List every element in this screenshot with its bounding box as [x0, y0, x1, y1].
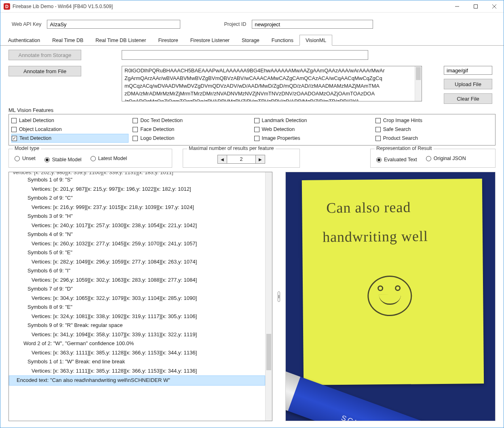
checkbox-icon: [133, 127, 138, 132]
splitter-handle[interactable]: [277, 172, 280, 421]
tab-strip: AuthenticationReal Time DBReal Time DB L…: [0, 34, 504, 46]
header-row: Web API Key Project ID: [0, 13, 504, 34]
base64-scrollbar[interactable]: [415, 66, 422, 101]
feature-label: Web Detection: [262, 127, 295, 132]
radio-icon: [44, 157, 50, 162]
feature-logo-detection[interactable]: Logo Detection: [133, 134, 250, 143]
feature-web-detection[interactable]: Web Detection: [254, 125, 371, 134]
feature-label: Logo Detection: [140, 135, 174, 141]
tab-authentication[interactable]: Authentication: [2, 35, 46, 46]
result-line[interactable]: Vertices: [x: 260,y: 1032][x: 277,y: 104…: [9, 239, 265, 249]
result-line[interactable]: Symbols 6 of 9: "I": [9, 266, 265, 276]
preview-photo: Can also read handwriting well SCHNEIDER…: [285, 172, 496, 421]
tab-firestore[interactable]: Firestore: [152, 35, 184, 46]
result-line[interactable]: Symbols 4 of 9: "N": [9, 230, 265, 239]
result-line[interactable]: Vertices: [x: 324,y: 1081][x: 338,y: 109…: [9, 312, 265, 321]
tab-real-time-db[interactable]: Real Time DB: [46, 35, 89, 46]
checkbox-icon: [254, 118, 259, 123]
max-results-legend: Maximal number of results per feature: [187, 145, 276, 151]
annotate-from-file-button[interactable]: Annotate from File: [8, 66, 81, 76]
sticky-note: Can also read handwriting well: [302, 179, 484, 385]
checkbox-icon: [375, 118, 381, 123]
max-results-group: Maximal number of results per feature ◀ …: [183, 149, 300, 168]
result-line[interactable]: Symbols 9 of 9: "R" Break: regular space: [9, 321, 265, 330]
annotate-from-storage-button[interactable]: Annotate from Storage: [8, 50, 81, 60]
feature-label-detection[interactable]: Label Detection: [11, 116, 129, 125]
checkbox-icon: [11, 118, 17, 123]
upload-file-button[interactable]: Upload File: [444, 79, 492, 89]
tab-visionml[interactable]: VisionML: [299, 35, 332, 46]
model-type-legend: Model type: [13, 145, 41, 151]
feature-face-detection[interactable]: Face Detection: [133, 125, 250, 134]
result-line[interactable]: Vertices: [x: 363,y: 1111][x: 385,y: 112…: [9, 367, 265, 376]
tab-content-visionml: Annotate from Storage Annotate from File…: [0, 46, 504, 428]
result-line[interactable]: Vertices: [x: 216,y: 999][x: 237,y: 1015…: [9, 203, 265, 212]
checkbox-icon: [11, 127, 17, 132]
result-line[interactable]: Vertices: [x: 282,y: 1049][x: 296,y: 105…: [9, 257, 265, 267]
result-line-selected[interactable]: Encoded text: "Can also read\nhandwritin…: [9, 375, 265, 386]
handwriting-line-1: Can also read: [326, 199, 411, 217]
result-line[interactable]: Symbols 2 of 9: "C": [9, 194, 265, 203]
maximize-button[interactable]: [466, 0, 485, 12]
tab-functions[interactable]: Functions: [266, 35, 299, 46]
minimize-button[interactable]: [448, 0, 466, 12]
result-line[interactable]: vertices. [x. 202,y. 980][x. 359,y. 1100…: [9, 172, 265, 175]
result-line[interactable]: Symbols 5 of 9: "E": [9, 248, 265, 257]
result-line[interactable]: Word 2 of 2: "W", "German" confidence 10…: [9, 339, 265, 348]
clear-file-button[interactable]: Clear File: [444, 93, 492, 104]
result-line[interactable]: Vertices: [x: 363,y: 1111][x: 385,y: 112…: [9, 348, 265, 358]
spinner-up-icon[interactable]: ▶: [255, 155, 265, 164]
results-scrollbar[interactable]: [265, 172, 272, 421]
app-logo-icon: D: [4, 3, 10, 10]
project-id-input[interactable]: [252, 20, 373, 29]
result-line[interactable]: Vertices: [x: 296,y: 1059][x: 302,y: 106…: [9, 276, 265, 285]
radio-label: Unset: [22, 156, 36, 161]
model-radio-unset[interactable]: Unset: [15, 154, 36, 163]
model-radio-latest-model[interactable]: Latest Model: [91, 154, 127, 163]
result-line[interactable]: Symbols 3 of 9: "H": [9, 212, 265, 221]
base64-textarea[interactable]: R0lGODlhPQRuBHAAACH5BAEAAAPwALAAAAAA9BG4…: [122, 66, 422, 101]
representation-group: Representation of Result Evaluated TextO…: [370, 149, 496, 168]
mime-type-input[interactable]: [444, 66, 492, 75]
feature-label: Text Detection: [19, 135, 51, 141]
representation-legend: Representation of Result: [375, 145, 434, 151]
feature-doc-text-detection[interactable]: Doc Text Detection: [133, 116, 250, 125]
image-preview-panel: Can also read handwriting well SCHNEIDER…: [285, 172, 496, 421]
close-button[interactable]: [485, 0, 504, 12]
feature-label: Crop Image Hints: [383, 118, 422, 123]
feature-object-localization[interactable]: Object Localization: [11, 125, 129, 134]
result-line[interactable]: Symbols 7 of 9: "D": [9, 285, 265, 294]
tab-real-time-db-listener[interactable]: Real Time DB Listener: [89, 35, 152, 46]
result-line[interactable]: Symbols 1 of 9: "S": [9, 175, 265, 185]
web-api-key-input[interactable]: [47, 20, 180, 29]
spinner-value[interactable]: 2: [227, 155, 255, 164]
result-line[interactable]: Symbols 1 of 1: "W" Break: end line brea…: [9, 357, 265, 367]
feature-label: Doc Text Detection: [140, 118, 183, 123]
storage-path-input[interactable]: [122, 50, 368, 60]
feature-crop-image-hints[interactable]: Crop Image Hints: [375, 116, 493, 125]
results-listbox[interactable]: vertices. [x. 202,y. 980][x. 359,y. 1100…: [8, 172, 272, 421]
result-line[interactable]: Symbols 8 of 9: "E": [9, 303, 265, 312]
feature-image-properties[interactable]: Image Properties: [254, 134, 371, 143]
feature-label: Product Search: [383, 135, 418, 141]
tab-firestore-listener[interactable]: Firestore Listener: [184, 35, 236, 46]
feature-product-search[interactable]: Product Search: [375, 134, 493, 143]
result-line[interactable]: Vertices: [x: 201,y: 987][x: 215,y: 997]…: [9, 185, 265, 194]
result-line[interactable]: Vertices: [x: 240,y: 1017][x: 257,y: 103…: [9, 221, 265, 230]
feature-landmark-detection[interactable]: Landmark Detection: [254, 116, 371, 125]
model-radio-stable-model[interactable]: Stable Model: [44, 155, 82, 164]
feature-text-detection[interactable]: Text Detection: [11, 134, 129, 143]
repr-radio-evaluated-text[interactable]: Evaluated Text: [376, 155, 417, 164]
max-results-spinner[interactable]: ◀ 2 ▶: [217, 155, 265, 164]
repr-radio-original-json[interactable]: Original JSON: [426, 154, 466, 163]
checkbox-icon: [12, 136, 17, 141]
feature-safe-search[interactable]: Safe Search: [375, 125, 493, 134]
result-line[interactable]: Vertices: [x: 304,y: 1065][x: 322,y: 107…: [9, 294, 265, 303]
result-line[interactable]: Vertices: [x: 341,y: 1094][x: 358,y: 110…: [9, 330, 265, 339]
radio-icon: [426, 156, 431, 161]
checkbox-icon: [133, 136, 138, 141]
tab-storage[interactable]: Storage: [236, 35, 266, 46]
svg-rect-1: [474, 4, 478, 8]
feature-label: Safe Search: [383, 127, 411, 132]
spinner-down-icon[interactable]: ◀: [217, 155, 227, 164]
